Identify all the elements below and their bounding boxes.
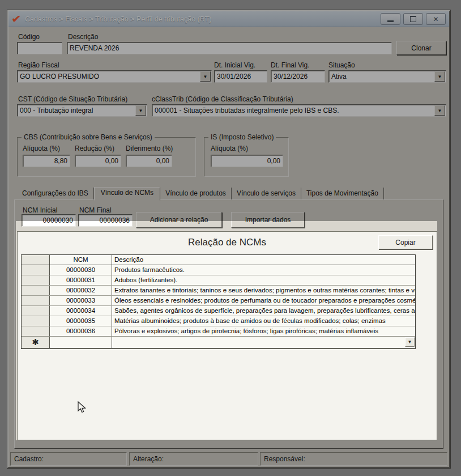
cclasstrib-label: cClassTrib (Código de Classificação Trib… [152, 95, 293, 103]
is-groupbox: IS (Imposto Seletivo) Alíquota (%) [204, 137, 289, 177]
row-selector-cell[interactable] [22, 326, 50, 336]
new-row-marker: ✱ [22, 337, 50, 348]
regiao-fiscal-value: GO LUCRO PRESUMIDO [20, 73, 199, 80]
cbs-aliquota-field[interactable] [23, 155, 70, 167]
is-group-title: IS (Imposto Seletivo) [208, 133, 276, 141]
ncm-grid-header-row: NCM Descrição [22, 255, 415, 265]
app-window: ✔ Cadastros > Fiscais > Tributação > Per… [7, 10, 450, 468]
row-selector-cell[interactable] [22, 316, 50, 326]
table-row[interactable]: 00000030Produtos farmacêuticos. [22, 265, 415, 275]
dropdown-arrow-icon[interactable]: ▼ [434, 71, 445, 82]
copiar-button[interactable]: Copiar [378, 235, 433, 249]
relacao-de-ncms-header: Relação de NCMs Copiar [18, 232, 437, 254]
ncm-cell[interactable]: 00000030 [50, 265, 112, 275]
dropdown-arrow-icon[interactable]: ▼ [200, 71, 211, 82]
dt-inicial-label: Dt. Inicial Vig. [214, 61, 255, 69]
table-row[interactable]: 00000034Sabões, agentes orgânicos de sup… [22, 306, 415, 316]
maximize-button[interactable] [403, 13, 423, 25]
table-row[interactable]: 00000033Óleos essenciais e resinoides; p… [22, 296, 415, 306]
cst-label: CST (Código de Situação Tributária) [18, 95, 127, 103]
dt-final-label: Dt. Final Vig. [271, 61, 309, 69]
table-row[interactable]: 00000035Matérias albuminoides; produtos … [22, 316, 415, 326]
descricao-cell[interactable]: Óleos essenciais e resinoides; produtos … [112, 296, 415, 305]
status-alteracao: Alteração: [129, 452, 258, 466]
dropdown-arrow-icon[interactable]: ▼ [434, 105, 445, 116]
row-selector-cell[interactable] [22, 286, 50, 295]
tab-vinculo-de-ncms[interactable]: Vínculo de NCMs [94, 187, 160, 201]
ncm-grid: NCM Descrição 00000030Produtos farmacêut… [21, 254, 416, 349]
descricao-field[interactable] [67, 42, 392, 54]
cclasstrib-value: 000001 - Situações tributadas integralme… [155, 107, 433, 114]
status-responsavel: Responsável: [260, 452, 447, 466]
descricao-cell[interactable]: Adubos (fertilizantes). [112, 275, 415, 285]
table-row[interactable]: 00000031Adubos (fertilizantes). [22, 275, 415, 286]
ncm-cell[interactable]: 00000034 [50, 306, 112, 316]
dropdown-arrow-icon[interactable]: ▼ [135, 105, 146, 116]
minimize-button[interactable] [381, 13, 400, 25]
new-row[interactable]: ✱ ▼ [22, 337, 415, 348]
ncm-cell[interactable]: 00000031 [50, 275, 112, 285]
table-row[interactable]: 00000036Pólvoras e explosivos; artigos d… [22, 326, 415, 337]
ncm-table-body: 00000030Produtos farmacêuticos.00000031A… [22, 265, 415, 337]
cst-value: 000 - Tributação integral [20, 107, 134, 114]
dt-final-field[interactable] [271, 70, 325, 83]
window-title: Cadastros > Fiscais > Tributação > Perfi… [25, 15, 211, 23]
importar-dados-button[interactable]: Importar dados [231, 212, 305, 228]
adicionar-a-relacao-button[interactable]: Adicionar a relação [136, 212, 222, 228]
codigo-label: Código [18, 33, 40, 41]
ncm-cell[interactable]: 00000033 [50, 296, 112, 305]
ncm-cell[interactable]: 00000035 [50, 316, 112, 326]
regiao-fiscal-select[interactable]: GO LUCRO PRESUMIDO ▼ [17, 70, 212, 83]
tab-strip: Configurações do IBS Vínculo de NCMs Vín… [17, 187, 384, 199]
descricao-cell[interactable]: Extratos tanantes e tintoriais; taninos … [112, 286, 415, 295]
cbs-groupbox: CBS (Contribuição sobre Bens e Serviços)… [17, 137, 196, 177]
ncm-inicial-label: NCM Inicial [23, 206, 57, 214]
tab-vinculo-de-produtos[interactable]: Vínculo de produtos [160, 188, 232, 199]
relacao-de-ncms-panel: Relação de NCMs Copiar NCM Descrição 000… [17, 231, 437, 440]
row-selector-cell[interactable] [22, 275, 50, 285]
cclasstrib-select[interactable]: 000001 - Situações tributadas integralme… [152, 104, 446, 117]
is-aliquota-field[interactable] [211, 155, 283, 167]
cst-select[interactable]: 000 - Tributação integral ▼ [17, 104, 147, 117]
codigo-field[interactable] [17, 42, 62, 54]
situacao-label: Situação [328, 61, 355, 69]
status-cadastro: Cadastro: [10, 452, 127, 466]
ncm-inicial-field[interactable] [22, 214, 76, 227]
cbs-reducao-label: Redução (%) [75, 144, 114, 152]
new-row-ncm-cell[interactable] [50, 337, 112, 348]
relacao-de-ncms-title: Relação de NCMs [18, 237, 437, 248]
title-bar[interactable]: ✔ Cadastros > Fiscais > Tributação > Per… [8, 11, 449, 27]
situacao-value: Ativa [331, 73, 433, 80]
cbs-reducao-field[interactable] [75, 155, 121, 167]
clonar-button[interactable]: Clonar [396, 41, 446, 55]
descricao-cell[interactable]: Pólvoras e explosivos; artigos de pirote… [112, 326, 415, 336]
cbs-group-title: CBS (Contribuição sobre Bens e Serviços) [22, 133, 155, 141]
descricao-cell[interactable]: Sabões, agentes orgânicos de superfície,… [112, 306, 415, 316]
row-selector-cell[interactable] [22, 296, 50, 305]
tab-configuracoes-do-ibs[interactable]: Configurações do IBS [17, 188, 94, 199]
dt-inicial-field[interactable] [214, 70, 267, 83]
ncm-final-field[interactable] [78, 214, 133, 227]
cbs-diferimento-field[interactable] [126, 155, 172, 167]
close-icon: ✕ [433, 16, 438, 23]
minimize-icon [387, 20, 394, 22]
close-button[interactable]: ✕ [426, 13, 446, 25]
table-row[interactable]: 00000032Extratos tanantes e tintoriais; … [22, 286, 415, 296]
descricao-label: Descrição [68, 33, 98, 41]
selector-column-header [22, 255, 50, 265]
tab-vinculo-de-servicos[interactable]: Vínculo de serviços [232, 188, 301, 199]
ncm-column-header: NCM [50, 255, 112, 265]
situacao-select[interactable]: Ativa ▼ [328, 70, 446, 83]
dropdown-arrow-icon[interactable]: ▼ [405, 337, 415, 347]
descricao-cell[interactable]: Produtos farmacêuticos. [112, 265, 415, 275]
new-row-descricao-cell[interactable]: ▼ [112, 337, 415, 348]
ncm-cell[interactable]: 00000036 [50, 326, 112, 336]
row-selector-cell[interactable] [22, 306, 50, 316]
tab-tipos-de-movimentacao[interactable]: Tipos de Movimentação [301, 188, 384, 199]
is-aliquota-label: Alíquota (%) [211, 144, 248, 152]
regiao-fiscal-label: Região Fiscal [18, 61, 59, 69]
ncm-cell[interactable]: 00000032 [50, 286, 112, 295]
app-logo-check-icon: ✔ [11, 14, 22, 24]
row-selector-cell[interactable] [22, 265, 50, 275]
descricao-cell[interactable]: Matérias albuminoides; produtos à base d… [112, 316, 415, 326]
